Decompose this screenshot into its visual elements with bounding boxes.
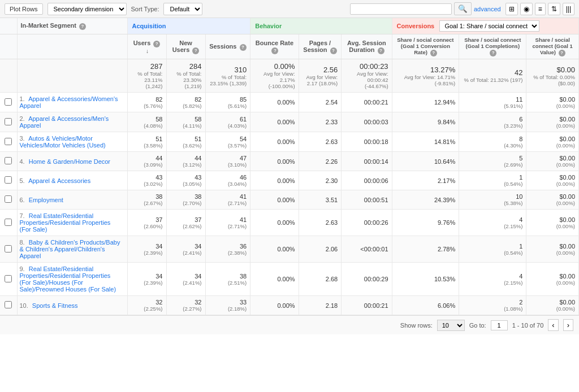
view-grid-button[interactable]: ⊞ xyxy=(505,3,518,15)
header-behavior: Behavior xyxy=(250,18,392,34)
goto-label: Go to: xyxy=(469,322,486,329)
row-bounce-7: 0.00% xyxy=(250,236,299,263)
goal-select[interactable]: Goal 1: Share / social connect xyxy=(439,20,539,32)
row-conv-rate-3: 10.64% xyxy=(392,152,459,171)
row-bounce-0: 0.00% xyxy=(250,93,299,112)
totals-completions: 42 % of Total: 21.32% (197) xyxy=(459,59,526,93)
segment-link-3[interactable]: Home & Garden/Home Decor xyxy=(29,158,110,165)
header-bounce-rate[interactable]: Bounce Rate ? xyxy=(250,34,299,59)
row-check-0[interactable] xyxy=(0,93,17,112)
header-completions[interactable]: Share / social connect (Goal 1 Completio… xyxy=(459,34,526,59)
users-info-icon[interactable]: ? xyxy=(153,41,160,47)
row-new-users-6: 37(2.62%) xyxy=(166,210,205,236)
view-pie-button[interactable]: ◉ xyxy=(520,3,533,15)
header-new-users[interactable]: New Users ? xyxy=(166,34,205,59)
row-check-6[interactable] xyxy=(0,210,17,236)
pages-info-icon[interactable]: ? xyxy=(330,47,337,54)
data-table: In-Market Segment ? Acquisition Behavior… xyxy=(0,18,579,315)
row-checkbox-1[interactable] xyxy=(5,118,12,125)
row-checkbox-6[interactable] xyxy=(5,219,12,226)
segment-link-7[interactable]: Baby & Children's Products/Baby & Childr… xyxy=(20,239,120,259)
segment-link-8[interactable]: Real Estate/Residential Properties/Resid… xyxy=(20,265,116,293)
row-check-2[interactable] xyxy=(0,132,17,152)
sort-type-select[interactable]: Default xyxy=(163,3,202,15)
plot-rows-button[interactable]: Plot Rows xyxy=(5,3,43,15)
row-checkbox-2[interactable] xyxy=(5,138,12,145)
advanced-link[interactable]: advanced xyxy=(474,6,501,12)
value-info-icon[interactable]: ? xyxy=(559,50,565,56)
segment-link-1[interactable]: Apparel & Accessories/Men's Apparel xyxy=(20,115,109,129)
segment-link-4[interactable]: Apparel & Accessories xyxy=(28,177,90,184)
row-avg-session-3: 00:00:14 xyxy=(342,152,392,171)
goto-input[interactable] xyxy=(491,320,508,330)
header-conv-rate[interactable]: Share / social connect (Goal 1 Conversio… xyxy=(392,34,459,59)
segment-info-icon[interactable]: ? xyxy=(79,23,86,30)
row-checkbox-3[interactable] xyxy=(5,157,12,164)
row-sessions-5: 41(2.71%) xyxy=(205,190,250,210)
row-checkbox-0[interactable] xyxy=(5,98,12,106)
header-sessions[interactable]: Sessions ? xyxy=(205,34,250,59)
row-check-5[interactable] xyxy=(0,190,17,210)
conv-rate-info-icon[interactable]: ? xyxy=(430,50,437,56)
totals-sessions: 310 % of Total: 23.15% (1,339) xyxy=(205,59,250,93)
sessions-info-icon[interactable]: ? xyxy=(240,44,247,51)
search-area: 🔍 advanced xyxy=(350,2,501,15)
row-value-6: $0.00(0.00%) xyxy=(526,210,579,236)
row-avg-session-8: 00:00:29 xyxy=(342,263,392,296)
row-checkbox-7[interactable] xyxy=(5,245,12,252)
row-users-2: 51(3.58%) xyxy=(127,132,166,152)
row-conv-rate-8: 10.53% xyxy=(392,263,459,296)
row-pages-3: 2.26 xyxy=(299,152,342,171)
totals-conv-rate: 13.27% Avg for View: 14.71% (-9.81%) xyxy=(392,59,459,93)
view-list-button[interactable]: ≡ xyxy=(535,3,546,15)
row-sessions-4: 46(3.04%) xyxy=(205,171,250,190)
segment-link-6[interactable]: Real Estate/Residential Properties/Resid… xyxy=(20,212,111,233)
row-check-9[interactable] xyxy=(0,296,17,315)
row-checkbox-5[interactable] xyxy=(5,195,12,203)
prev-page-button[interactable]: ‹ xyxy=(548,319,558,331)
row-completions-1: 6(3.23%) xyxy=(459,112,526,132)
row-checkbox-9[interactable] xyxy=(5,301,12,308)
secondary-dimension-select[interactable]: Secondary dimension xyxy=(47,3,127,15)
header-segment-sub xyxy=(17,34,127,59)
view-compare-button[interactable]: ⇅ xyxy=(548,3,560,15)
row-value-4: $0.00(0.00%) xyxy=(526,171,579,190)
segment-link-0[interactable]: Apparel & Accessories/Women's Apparel xyxy=(20,95,118,109)
totals-row: 287 % of Total: 23.11% (1,242) 284 % of … xyxy=(0,59,579,93)
data-table-container: In-Market Segment ? Acquisition Behavior… xyxy=(0,18,579,315)
row-bounce-3: 0.00% xyxy=(250,152,299,171)
segment-link-5[interactable]: Employment xyxy=(29,197,63,203)
row-conv-rate-4: 2.17% xyxy=(392,171,459,190)
search-input[interactable] xyxy=(350,3,452,15)
row-check-1[interactable] xyxy=(0,112,17,132)
segment-link-9[interactable]: Sports & Fitness xyxy=(32,302,78,309)
view-bar-button[interactable]: ||| xyxy=(563,3,574,15)
header-avg-session[interactable]: Avg. Session Duration ? xyxy=(342,34,392,59)
row-bounce-9: 0.00% xyxy=(250,296,299,315)
row-checkbox-4[interactable] xyxy=(5,176,12,184)
row-check-8[interactable] xyxy=(0,263,17,296)
search-button[interactable]: 🔍 xyxy=(454,2,472,15)
row-avg-session-1: 00:00:03 xyxy=(342,112,392,132)
show-rows-select[interactable]: 10 25 50 100 xyxy=(437,320,465,331)
users-sort-arrow[interactable]: ↓ xyxy=(146,48,149,54)
segment-link-2[interactable]: Autos & Vehicles/Motor Vehicles/Motor Ve… xyxy=(20,135,106,149)
header-value[interactable]: Share / social connect (Goal 1 Value) ? xyxy=(526,34,579,59)
bounce-info-icon[interactable]: ? xyxy=(271,47,278,54)
row-num-7: 8. Baby & Children's Products/Baby & Chi… xyxy=(17,236,127,263)
avg-session-info-icon[interactable]: ? xyxy=(378,47,384,54)
row-pages-1: 2.33 xyxy=(299,112,342,132)
row-check-7[interactable] xyxy=(0,236,17,263)
next-page-button[interactable]: › xyxy=(563,319,573,331)
row-completions-7: 1(0.54%) xyxy=(459,236,526,263)
header-users[interactable]: Users ? ↓ xyxy=(127,34,166,59)
row-check-4[interactable] xyxy=(0,171,17,190)
row-check-3[interactable] xyxy=(0,152,17,171)
new-users-info-icon[interactable]: ? xyxy=(192,47,199,54)
row-conv-rate-7: 2.78% xyxy=(392,236,459,263)
totals-pages: 2.56 Avg for View: 2.17 (18.0%) xyxy=(299,59,342,93)
row-avg-session-2: 00:00:18 xyxy=(342,132,392,152)
completions-info-icon[interactable]: ? xyxy=(490,50,496,56)
header-pages-session[interactable]: Pages / Session ? xyxy=(299,34,342,59)
row-checkbox-8[interactable] xyxy=(5,275,12,282)
